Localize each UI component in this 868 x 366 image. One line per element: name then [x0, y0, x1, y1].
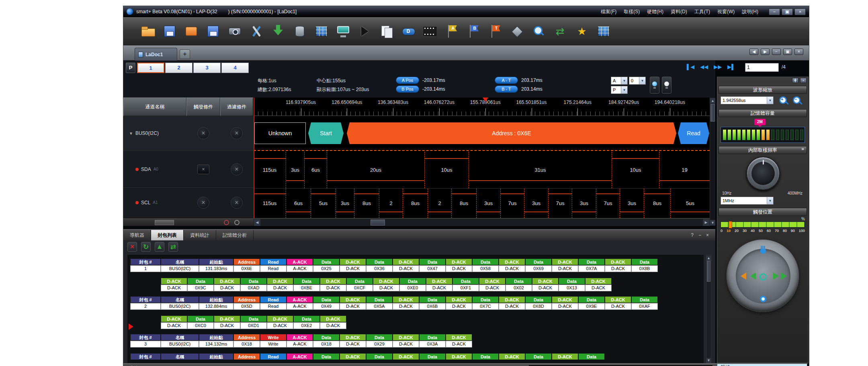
packet-value-cell[interactable]: D-ACK	[320, 285, 346, 291]
sample-rate-knob[interactable]	[746, 157, 780, 190]
packet-value-cell[interactable]: 0XF1	[452, 285, 479, 291]
packet-value-cell[interactable]: 0XC0	[187, 322, 214, 329]
filter-condition-header[interactable]: 過濾條件	[220, 98, 253, 116]
page-button-4[interactable]: 4	[221, 63, 249, 73]
tab-ladoc1[interactable]: LaDoc1	[135, 48, 177, 61]
jump-right-icon[interactable]	[781, 272, 790, 280]
dropdown-arrow-icon[interactable]: ▼	[621, 86, 627, 94]
packet-value-cell[interactable]: 0XBE	[293, 285, 320, 291]
page-button-1[interactable]: 1	[137, 63, 164, 73]
packet-value-cell[interactable]: A-ACK	[287, 303, 313, 310]
panel-tab-資料統計[interactable]: 資料統計	[184, 230, 216, 240]
channel-setup-icon[interactable]	[313, 23, 330, 40]
packet-table[interactable]: 封包 #名稱起始點AddressReadA-ACKDataD-ACKDataD-…	[127, 255, 704, 363]
channel-row-sda[interactable]: SDA A0 × ×	[123, 151, 254, 188]
bulb-b-button[interactable]	[662, 77, 671, 94]
packet-value-cell[interactable]: D-ACK	[340, 265, 366, 272]
pan-left-icon[interactable]	[747, 272, 756, 280]
packet-value-cell[interactable]: D-ACK	[446, 303, 472, 310]
packet-value-cell[interactable]: D-ACK	[340, 303, 366, 310]
trigger-marker-icon[interactable]	[483, 98, 488, 105]
packet-value-cell[interactable]: 0X58	[472, 265, 499, 272]
memory-depth-icon[interactable]	[291, 23, 308, 40]
a-pos-button[interactable]: A Pos	[396, 77, 419, 84]
marker-t-icon[interactable]: T	[487, 23, 504, 40]
packet-value-cell[interactable]: 0XD1	[240, 322, 267, 329]
packet-value-cell[interactable]: D-ACK	[214, 322, 240, 329]
b-t-button[interactable]: B - T	[495, 85, 518, 93]
packet-value-cell[interactable]: D-ACK	[585, 285, 612, 291]
trigger-position-marker[interactable]	[729, 221, 732, 228]
memory-depth-tag[interactable]: 2M	[754, 119, 766, 125]
scrollbar-handle[interactable]	[371, 220, 385, 226]
scl-trigger-button[interactable]: ×	[197, 197, 209, 209]
nav-bottom-icon[interactable]	[760, 296, 766, 302]
packet-value-cell[interactable]: 0X18	[233, 341, 260, 348]
save-settings-icon[interactable]	[205, 23, 221, 40]
packet-value-cell[interactable]: 0X18	[313, 341, 340, 348]
packet-value-cell[interactable]: 0X7A	[578, 265, 605, 272]
trigger-condition-header[interactable]: 觸發條件	[186, 98, 220, 116]
scroll-down-icon[interactable]: ▼	[706, 358, 711, 363]
packet-value-cell[interactable]: 132.884ms	[199, 303, 233, 310]
waveform-vertical-scrollbar[interactable]: ▲ ▼	[710, 98, 715, 226]
packet-value-cell[interactable]: 0X47	[419, 265, 446, 272]
packet-value-cell[interactable]: D-ACK	[552, 265, 578, 272]
packet-value-cell[interactable]: D-ACK	[267, 285, 293, 291]
panel-tab-導航器[interactable]: 導航器	[123, 230, 151, 240]
collapse-bus-icon[interactable]: ▼	[129, 131, 133, 136]
record-icon[interactable]	[224, 220, 229, 225]
packet-value-cell[interactable]: 0X8B	[631, 265, 658, 272]
packet-value-cell[interactable]: 0X02	[506, 285, 532, 291]
packet-value-cell[interactable]: D-ACK	[393, 341, 419, 348]
scl-waveform-row[interactable]: 115us6us5us3us8us28us28us3us7us3us7us3us…	[254, 189, 710, 218]
packet-value-cell[interactable]: 0X69	[525, 265, 552, 272]
packet-value-cell[interactable]: 0XAF	[631, 303, 658, 310]
new-tab-button[interactable]: +	[180, 49, 190, 59]
marker-b-icon[interactable]: B	[465, 23, 482, 40]
packet-value-cell[interactable]: D-ACK	[605, 303, 631, 310]
packet-group[interactable]: D-ACKDataD-ACKDataD-ACKDataD-ACKDataD-AC…	[161, 278, 612, 291]
stack-view-icon[interactable]	[508, 23, 525, 40]
bus-decode-row[interactable]: UnknownStartAddress : 0X6ERead	[254, 116, 710, 151]
expand-icon[interactable]: »	[801, 146, 804, 152]
packet-value-cell[interactable]: 131.183ms	[199, 265, 233, 272]
restore-button[interactable]: ▣	[782, 8, 793, 15]
target-icon[interactable]	[234, 220, 240, 225]
prev-page-icon[interactable]: ◀◀	[700, 64, 708, 70]
menu-硬體(H)[interactable]: 硬體(H)	[647, 8, 663, 15]
save-icon[interactable]	[161, 23, 178, 40]
packet-value-cell[interactable]: 2	[130, 303, 161, 310]
page-button-2[interactable]: 2	[165, 63, 192, 73]
packet-value-cell[interactable]: D-ACK	[161, 285, 187, 291]
channel-name-header[interactable]: 通道名稱	[123, 98, 186, 116]
scrollbar-handle[interactable]	[707, 261, 710, 282]
cursor-a-select[interactable]: A▼	[611, 77, 628, 85]
packet-value-cell[interactable]: 0X29	[366, 341, 393, 348]
doc-close-button[interactable]: ×	[794, 49, 803, 55]
screenshot-icon[interactable]	[226, 23, 243, 40]
close-button[interactable]: ×	[794, 8, 806, 15]
jump-left-icon[interactable]	[737, 272, 746, 280]
packet-value-cell[interactable]: D-ACK	[214, 285, 240, 291]
doc-restore-button[interactable]: ▣	[783, 49, 792, 55]
panel-close-icon[interactable]: ×	[706, 232, 709, 238]
packet-value-cell[interactable]: D-ACK	[532, 285, 559, 291]
packet-value-cell[interactable]: D-ACK	[393, 265, 419, 272]
scroll-left-icon[interactable]: ◀	[254, 219, 260, 226]
packet-value-cell[interactable]: BUS0(I2C)	[161, 303, 199, 310]
packet-value-cell[interactable]: D-ACK	[499, 303, 525, 310]
scl-filter-button[interactable]: ×	[231, 197, 243, 209]
packet-value-cell[interactable]: D-ACK	[373, 285, 399, 291]
bus-decode-icon[interactable]: D	[400, 23, 417, 40]
sync-view-icon[interactable]: ⇄	[552, 23, 569, 40]
panel-tab-記憶體分析[interactable]: 記憶體分析	[216, 230, 254, 240]
packet-value-cell[interactable]: D-ACK	[605, 265, 631, 272]
packet-value-cell[interactable]: BUS0(I2C)	[161, 341, 199, 348]
last-page-icon[interactable]: ▶▌	[727, 64, 735, 70]
packet-value-cell[interactable]: D-ACK	[552, 303, 578, 310]
scrollbar-handle[interactable]	[710, 104, 715, 122]
channel-row-bus0[interactable]: ▼ BUS0(I2C) × ×	[123, 116, 254, 151]
packet-value-cell[interactable]: 0X6E	[233, 265, 260, 272]
bulb-a-button[interactable]	[650, 77, 659, 94]
